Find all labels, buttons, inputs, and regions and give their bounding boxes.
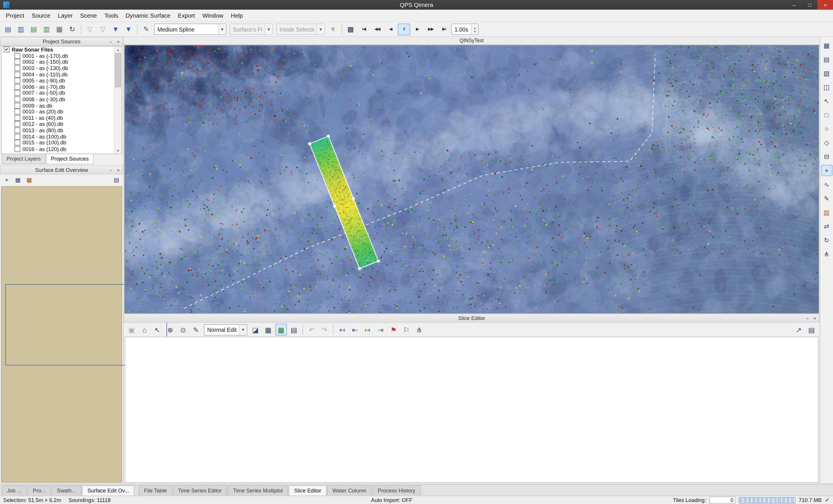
tree-item[interactable]: 0015 - as (100).db [2,140,122,146]
export-db-icon[interactable]: ▥ [41,23,53,35]
axis-3d-icon[interactable]: ⋔ [821,248,832,260]
tree-root[interactable]: ✔Raw Sonar Files [2,47,122,53]
checkbox-unchecked[interactable] [15,65,20,71]
undo-icon[interactable]: ↶ [306,324,317,336]
flag-sounding-icon[interactable]: ⚑ [387,324,399,336]
slice-select-icon[interactable]: ⌖ [821,165,832,176]
checkbox-unchecked[interactable] [15,109,20,115]
float-icon[interactable]: ▫ [108,38,114,45]
accept-soundings-icon[interactable]: ▦ [275,324,287,336]
minimize-button[interactable]: – [786,0,802,9]
tab-water-column[interactable]: Water Column [327,485,372,496]
tab-time-series-multiplot[interactable]: Time Series Multiplot [228,485,288,496]
show-tiles-icon[interactable]: ▩ [24,175,34,185]
tree-item[interactable]: 0010 - as (20).db [2,109,122,115]
map-view[interactable] [124,45,819,314]
pause-button[interactable]: Ⅱ [398,23,410,35]
replay-interval-spinner[interactable]: 1.00s▴▾ [451,23,478,35]
menu-dynamic-surface[interactable]: Dynamic Surface [122,11,174,20]
tab-pro[interactable]: Pro... [27,485,51,496]
tab-project-sources[interactable]: Project Sources [46,154,94,164]
zoom-window-icon[interactable]: ⊙ [177,324,189,336]
tree-item[interactable]: 0012 - as (60).db [2,121,122,127]
checkbox-checked[interactable]: ✔ [4,47,9,52]
close-icon[interactable]: × [115,38,122,45]
select-rect-icon[interactable]: □ [821,109,832,120]
panel-menu-icon[interactable]: ▤ [806,324,818,336]
edit-grid-icon[interactable]: ▦ [53,23,65,35]
layers-icon[interactable]: ▤ [821,53,832,65]
menu-project[interactable]: Project [2,11,28,20]
export-chart-icon[interactable]: ↗ [793,324,805,336]
play-button[interactable]: ▶ [411,23,424,35]
box-3d-icon[interactable]: ◫ [821,81,832,93]
float-icon[interactable]: ▫ [804,315,810,321]
grid-view-icon[interactable]: ▦ [821,40,832,51]
menu-export[interactable]: Export [174,11,199,20]
checkbox-unchecked[interactable] [15,115,20,121]
eraser-icon[interactable]: ◪ [249,324,261,336]
show-grid-icon[interactable]: ▦ [13,175,23,185]
pointer-icon[interactable]: ↖ [821,95,832,106]
tree-item[interactable]: 0011 - as (40).db [2,115,122,121]
tree-item[interactable]: 0004 - as (-110).db [2,71,122,77]
tab-slice-editor[interactable]: Slice Editor [289,485,327,496]
tree-item[interactable]: 0013 - as (80).db [2,127,122,134]
menu-layer[interactable]: Layer [54,11,76,20]
add-raw-sonar-files-icon[interactable]: ▤ [2,23,14,35]
checkbox-unchecked[interactable] [15,96,20,102]
tab-project-layers[interactable]: Project Layers [2,154,46,164]
maximize-button[interactable]: □ [802,0,818,9]
menu-help[interactable]: Help [227,11,247,20]
reject-soundings-icon[interactable]: ▦ [262,324,274,336]
menu-scene[interactable]: Scene [76,11,101,20]
filter-scope-select[interactable]: Surface's Files▾ [230,23,273,35]
tab-time-series-editor[interactable]: Time Series Editor [173,485,227,496]
tab-surface-edit-ov[interactable]: Surface Edit Ov... [82,485,135,496]
select-lasso-icon[interactable]: ○ [821,123,832,134]
spline-strength-select[interactable]: Medium Spline▾ [154,23,227,35]
tree-item[interactable]: 0005 - as (-90).db [2,77,122,83]
slice-chart[interactable] [125,336,818,483]
checkbox-unchecked[interactable] [15,102,20,108]
tree-item[interactable]: 0003 - as (-130).db [2,65,122,71]
tree-item[interactable]: 0014 - as (100).db [2,134,122,140]
tree-item[interactable]: 0006 - as (-70).db [2,84,122,90]
tree-item[interactable]: 0007 - as (-50).db [2,90,122,96]
edit-mode-select[interactable]: Normal Edit▾ [204,324,247,335]
grid-options-icon[interactable]: ▤ [288,324,300,336]
zoom-extents-icon[interactable]: ⌖ [2,175,12,185]
profile-chart-icon[interactable]: ∿ [821,179,832,190]
prev-slice-icon[interactable]: ↤ [336,324,348,336]
close-icon[interactable]: × [115,167,122,173]
blockmedian-filter-icon[interactable]: ▼ [123,23,135,35]
filter-plug-icon[interactable]: ⋔ [413,324,425,336]
tree-item[interactable]: 0001 - as (-170).db [2,53,122,59]
step-back-button[interactable]: ◀ [384,23,397,35]
checkbox-unchecked[interactable] [15,71,20,77]
checkbox-unchecked[interactable] [15,53,20,59]
add-processed-points-icon[interactable]: ▥ [15,23,27,35]
checkbox-unchecked[interactable] [15,140,20,146]
scroll-up-icon[interactable]: ▲ [116,47,120,52]
checkbox-unchecked[interactable] [15,59,20,65]
reprocess-icon[interactable]: ↻ [66,23,78,35]
prev-slice-end-icon[interactable]: ⇤ [349,324,361,336]
tab-swath[interactable]: Swath... [51,485,81,496]
tab-process-history[interactable]: Process History [372,485,420,496]
tab-file-table[interactable]: File Table [139,485,172,496]
patch-test-icon[interactable]: ▽ [97,23,109,35]
checkbox-unchecked[interactable] [15,84,20,90]
checkbox-unchecked[interactable] [15,78,20,83]
checkbox-unchecked[interactable] [15,134,20,140]
spline-filter-icon[interactable]: ✎ [140,23,152,35]
skip-to-start-button[interactable]: Ⅰ◀ [358,23,370,35]
skip-to-end-button[interactable]: ▶Ⅰ [438,23,450,35]
scroll-down-icon[interactable]: ▼ [116,148,120,153]
checkbox-unchecked[interactable] [15,121,20,127]
menu-window[interactable]: Window [198,11,227,20]
unflag-sounding-icon[interactable]: ⚐ [401,324,412,336]
measure-icon[interactable]: ✎ [821,193,832,204]
rotate-view-icon[interactable]: ↻ [821,234,832,246]
tree-scrollbar[interactable]: ▲ ▼ [114,47,122,153]
